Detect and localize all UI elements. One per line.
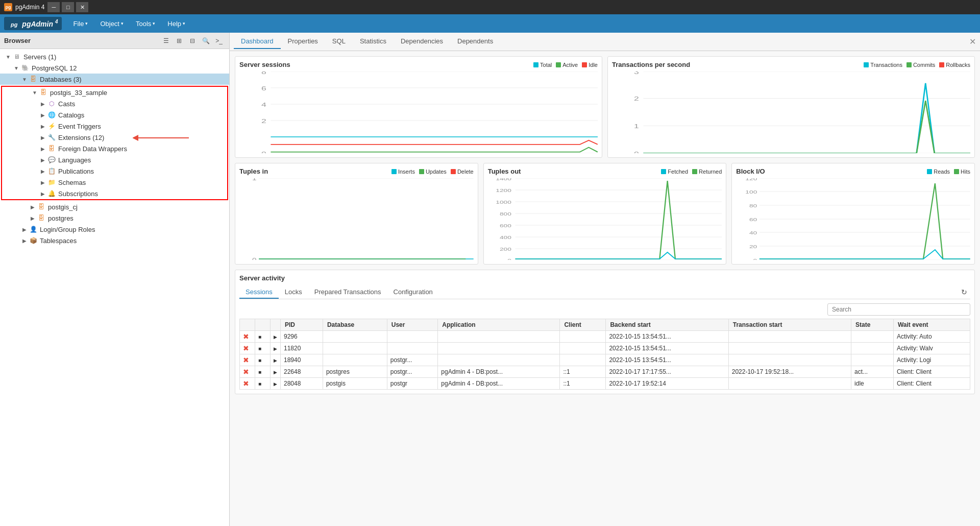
row-action-terminate[interactable]: ✖ [240,343,255,354]
tab-properties[interactable]: Properties [281,34,325,49]
database-icon: 🗄 [37,202,46,211]
cell-client [560,331,606,343]
postgis33-label: postgis_33_sample [50,89,107,97]
menu-object[interactable]: Object ▾ [95,18,129,30]
svg-text:800: 800 [500,211,511,216]
col-application: Application [438,319,560,331]
minimize-button[interactable]: ─ [47,2,60,12]
legend-reads-label: Reads [934,169,950,175]
expand-icon[interactable]: ▶ [39,189,47,198]
tree-item-extensions[interactable]: ▶ 🔧 Extensions (12) [2,132,227,143]
tree-item-login-roles[interactable]: ▶ 👤 Login/Group Roles [0,224,229,235]
tab-statistics[interactable]: Statistics [353,34,394,49]
tree-item-languages[interactable]: ▶ 💬 Languages [2,154,227,165]
servers-label: Servers (1) [23,53,56,61]
tuples-out-chart: Tuples out Fetched Returned [483,163,727,265]
row-action-terminate[interactable]: ✖ [240,378,255,390]
expand-icon[interactable]: ▶ [20,236,29,245]
tree-item-servers[interactable]: ▼ 🖥 Servers (1) [0,51,229,62]
activity-tab-locks[interactable]: Locks [279,286,308,299]
toolbar-search-btn[interactable]: 🔍 [200,35,212,47]
row-expand[interactable]: ▶ [271,343,281,354]
tree-item-databases[interactable]: ▼ 🗄 Databases (3) [0,74,229,85]
tree-item-postgis-cj[interactable]: ▶ 🗄 postgis_cj [0,201,229,212]
tree-item-tablespaces[interactable]: ▶ 📦 Tablespaces [0,235,229,246]
row-expand[interactable]: ▶ [271,331,281,343]
row-action-stop[interactable]: ■ [255,331,271,343]
expand-icon[interactable]: ▼ [31,88,39,97]
search-input[interactable] [827,303,970,316]
activity-tab-prepared-transactions[interactable]: Prepared Transactions [308,286,387,299]
expand-icon[interactable]: ▶ [29,214,37,222]
chart-header: Transactions per second Transactions Com… [612,61,970,68]
menu-file[interactable]: File ▾ [68,18,93,30]
tree-item-schemas[interactable]: ▶ 📁 Schemas [2,177,227,188]
tab-dependencies[interactable]: Dependencies [394,34,450,49]
tree-item-publications[interactable]: ▶ 📋 Publications [2,165,227,177]
expand-icon[interactable]: ▶ [39,145,47,153]
svg-text:6: 6 [261,85,266,91]
expand-icon[interactable]: ▶ [39,122,47,130]
row-action-stop[interactable]: ■ [255,343,271,354]
row-action-terminate[interactable]: ✖ [240,366,255,378]
idle-color [582,62,587,67]
block-io-title: Block I/O [736,168,765,175]
toolbar-collapse-btn[interactable]: ⊟ [186,35,199,47]
expand-icon[interactable]: ▶ [39,167,47,175]
block-io-svg: 120 100 80 60 40 20 0 [736,178,970,260]
row-action-stop[interactable]: ■ [255,354,271,366]
expand-icon[interactable]: ▶ [39,100,47,108]
tab-dashboard[interactable]: Dashboard [234,34,281,49]
row-expand[interactable]: ▶ [271,366,281,378]
toolbar-grid-btn[interactable]: ⊞ [173,35,185,47]
tree-item-postgis33[interactable]: ▼ 🗄 postgis_33_sample [2,87,227,98]
tree-item-event-triggers[interactable]: ▶ ⚡ Event Triggers [2,121,227,132]
commits-color [906,62,912,67]
transactions-chart: Transactions per second Transactions Com… [607,56,975,158]
activity-tab-sessions[interactable]: Sessions [239,286,279,299]
tree-item-casts[interactable]: ▶ ⬡ Casts [2,98,227,109]
expand-icon[interactable]: ▶ [39,156,47,164]
expand-icon[interactable]: ▶ [29,203,37,211]
tree-item-catalogs[interactable]: ▶ 🌐 Catalogs [2,109,227,121]
activity-tab-configuration[interactable]: Configuration [387,286,439,299]
row-expand[interactable]: ▶ [271,378,281,390]
menu-tools[interactable]: Tools ▾ [131,18,160,30]
row-action-terminate[interactable]: ✖ [240,354,255,366]
row-expand[interactable]: ▶ [271,354,281,366]
col-expand [271,319,281,331]
cell-wait-event: Activity: Auto [893,331,970,343]
maximize-button[interactable]: □ [62,2,74,12]
col-user: User [387,319,438,331]
tab-sql[interactable]: SQL [325,34,353,49]
svg-text:8: 8 [261,71,266,75]
cell-wait-event: Activity: Logi [893,354,970,366]
row-action-stop[interactable]: ■ [255,378,271,390]
row-action-terminate[interactable]: ✖ [240,331,255,343]
highlighted-section: ▼ 🗄 postgis_33_sample ▶ ⬡ Casts ▶ 🌐 Cata [1,86,228,200]
close-button[interactable]: ✕ [76,2,88,12]
menu-help[interactable]: Help ▾ [162,18,190,30]
tree-item-postgres[interactable]: ▶ 🗄 postgres [0,212,229,224]
cell-database: postgres [323,366,387,378]
expand-icon[interactable]: ▶ [39,111,47,119]
tree-item-postgresql[interactable]: ▼ 🐘 PostgreSQL 12 [0,62,229,74]
expand-icon[interactable]: ▶ [39,133,47,141]
tuples-in-svg: 1 0 [239,178,474,260]
expand-icon[interactable]: ▶ [20,225,29,233]
tree-item-subscriptions[interactable]: ▶ 🔔 Subscriptions [2,188,227,199]
toolbar-terminal-btn[interactable]: >_ [213,35,225,47]
row-action-stop[interactable]: ■ [255,366,271,378]
col-actions1 [240,319,255,331]
postgis-cj-label: postgis_cj [48,203,78,211]
tab-dependents[interactable]: Dependents [450,34,500,49]
expand-icon[interactable]: ▼ [4,53,12,61]
refresh-button[interactable]: ↻ [958,286,970,298]
expand-icon[interactable]: ▼ [20,75,29,83]
expand-icon[interactable]: ▼ [12,64,20,72]
block-io-legend: Reads Hits [927,169,970,175]
close-panel-button[interactable]: ✕ [969,37,976,46]
toolbar-menu-btn[interactable]: ☰ [160,35,172,47]
tree-item-fdw[interactable]: ▶ 🗄 Foreign Data Wrappers [2,143,227,154]
expand-icon[interactable]: ▶ [39,178,47,186]
